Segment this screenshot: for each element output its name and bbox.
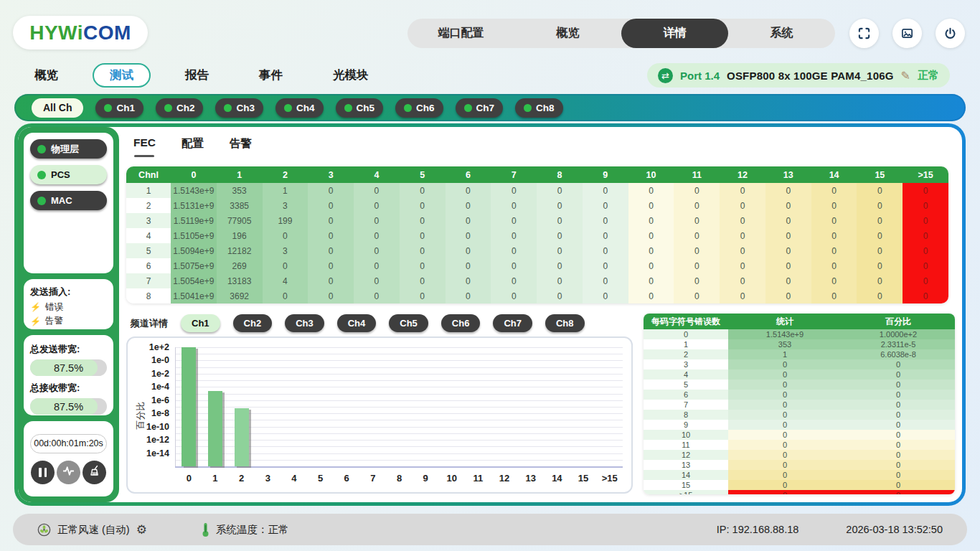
channel-detail-button-4[interactable]: Ch4: [337, 314, 377, 332]
fec-cell: 0: [537, 258, 583, 273]
fec-header-cell: 10: [628, 166, 674, 183]
fec-cell: 0: [628, 213, 674, 228]
content-area: FEC配置告警 Chnl0123456789101112131415>1511.…: [126, 127, 956, 502]
stats-table-row: 700: [644, 400, 955, 410]
fec-cell: 0: [446, 288, 491, 303]
channel-detail-button-5[interactable]: Ch5: [389, 314, 428, 332]
send-insert-items: ⚡错误⚡告警: [30, 301, 107, 329]
stats-table-row: 1400: [644, 470, 955, 480]
fec-cell: 3385: [217, 198, 263, 213]
channel-button-3[interactable]: Ch3: [215, 98, 263, 118]
channel-button-label: Ch5: [357, 103, 375, 113]
fec-table-row: 51.5094e+912182300000000000000: [126, 243, 948, 258]
fec-header-cell: Chnl: [126, 166, 171, 183]
waveform-button[interactable]: [57, 461, 80, 484]
fec-cell: 0: [903, 258, 948, 273]
channel-button-1[interactable]: Ch1: [95, 98, 143, 118]
temperature-status-text: 系统温度：正常: [216, 523, 289, 537]
waveform-icon: [62, 465, 75, 480]
brand-logo: HYWiCOM: [13, 16, 148, 50]
channel-button-7[interactable]: Ch7: [456, 98, 504, 118]
timer-card: 00d:00h:01m:20s: [24, 421, 113, 496]
fec-cell: 0: [720, 183, 765, 198]
bandwidth-label-0: 总发送带宽:: [30, 343, 107, 356]
fec-cell: 0: [491, 183, 537, 198]
power-button[interactable]: [936, 19, 965, 48]
thermometer-icon: [202, 522, 209, 537]
brand-logo-blue: COM: [83, 22, 131, 44]
stats-cell: 4: [644, 369, 728, 380]
fec-table-row: 11.5143e+9353100000000000000: [126, 183, 948, 198]
clear-button[interactable]: [83, 461, 106, 484]
fec-cell: 1.5105e+9: [171, 228, 217, 243]
send-insert-card: 发送插入: ⚡错误⚡告警: [24, 279, 113, 329]
top-nav-item-3[interactable]: 系统: [728, 19, 835, 48]
layer-pill-0[interactable]: 物理层: [30, 139, 107, 159]
channel-button-5[interactable]: Ch5: [336, 98, 384, 118]
channel-status-dot: [404, 104, 412, 112]
sub-nav-item-4[interactable]: 光模块: [317, 63, 385, 88]
detail-tab-1[interactable]: 配置: [182, 136, 204, 157]
channel-button-6[interactable]: Ch6: [395, 98, 443, 118]
send-insert-item-1[interactable]: ⚡告警: [30, 314, 107, 328]
channel-button-label: Ch2: [176, 103, 195, 113]
top-nav-item-1[interactable]: 概览: [514, 19, 621, 48]
sub-nav-item-1[interactable]: 测试: [93, 63, 151, 88]
sidebar: 物理层PCSMAC 发送插入: ⚡错误⚡告警 总发送带宽:87.5%总接收带宽:…: [18, 127, 119, 502]
fec-table-row: 61.5075e+9269000000000000000: [126, 258, 948, 273]
fec-cell: 0: [765, 198, 811, 213]
status-footer: 正常风速 (自动) ⚙ 系统温度：正常 IP: 192.168.88.18 20…: [13, 514, 967, 545]
channel-detail-button-6[interactable]: Ch6: [441, 314, 481, 332]
sub-nav-item-0[interactable]: 概览: [19, 63, 74, 88]
detail-tab-2[interactable]: 告警: [230, 136, 252, 157]
layer-pill-2[interactable]: MAC: [30, 191, 107, 210]
chart-x-tick: 11: [473, 473, 484, 484]
fec-cell: 0: [765, 258, 811, 273]
pause-button[interactable]: [31, 461, 55, 484]
fec-cell: 0: [583, 198, 628, 213]
layer-status-dot: [37, 197, 46, 205]
chart-x-tick: 10: [447, 473, 457, 484]
fec-cell: 353: [217, 183, 263, 198]
stats-table-row: 1500: [644, 480, 955, 490]
send-insert-item-0[interactable]: ⚡错误: [30, 301, 107, 314]
fec-header-cell: 5: [400, 166, 446, 183]
fullscreen-button[interactable]: [849, 19, 879, 48]
fec-cell: 0: [308, 183, 354, 198]
datetime: 2026-03-18 13:52:50: [846, 524, 943, 535]
send-insert-item-label: 告警: [45, 314, 63, 328]
screenshot-button[interactable]: [892, 19, 922, 48]
channel-detail-button-8[interactable]: Ch8: [545, 314, 585, 332]
channel-button-2[interactable]: Ch2: [156, 98, 204, 118]
fec-header-cell: 9: [583, 166, 628, 183]
send-insert-item-label: 错误: [45, 301, 63, 314]
fullscreen-icon: [857, 27, 871, 40]
sub-nav-item-2[interactable]: 报告: [169, 63, 225, 88]
fec-cell: 0: [811, 288, 857, 303]
fec-cell: 0: [903, 273, 948, 288]
screenshot-icon: [900, 27, 914, 40]
chart-gridline: [176, 380, 623, 381]
channel-detail-button-7[interactable]: Ch7: [493, 314, 532, 332]
channel-detail-button-3[interactable]: Ch3: [285, 314, 324, 332]
fec-cell: 0: [491, 213, 537, 228]
chart-y-axis-label: 百分比: [134, 394, 147, 437]
top-nav-item-2[interactable]: 详情: [621, 19, 728, 48]
edit-pencil-icon[interactable]: ✎: [901, 69, 910, 83]
port-badge[interactable]: ⇄ Port 1.4 OSFP800 8x 100GE PAM4_106G ✎ …: [647, 63, 950, 88]
detail-tab-0[interactable]: FEC: [133, 136, 156, 157]
fec-cell: 0: [400, 183, 446, 198]
top-nav-item-0[interactable]: 端口配置: [407, 19, 514, 48]
layer-pill-1[interactable]: PCS: [30, 165, 107, 184]
channel-all-button[interactable]: All Ch: [32, 98, 83, 118]
sub-nav: 概览测试报告事件光模块: [19, 63, 385, 88]
sub-nav-item-3[interactable]: 事件: [243, 63, 298, 88]
fec-cell: 1.5119e+9: [171, 213, 217, 228]
fan-settings-gear-icon[interactable]: ⚙: [136, 522, 147, 537]
channel-button-4[interactable]: Ch4: [275, 98, 324, 118]
chart-x-tick: 5: [318, 473, 323, 484]
channel-detail-button-2[interactable]: Ch2: [233, 314, 273, 332]
channel-button-8[interactable]: Ch8: [515, 98, 563, 118]
channel-detail-button-1[interactable]: Ch1: [181, 314, 220, 332]
stats-cell: 0: [842, 440, 955, 450]
